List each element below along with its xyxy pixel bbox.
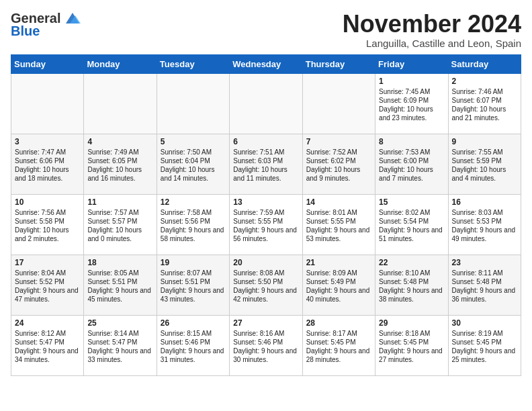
day-info: Sunset: 6:02 PM: [306, 156, 371, 165]
day-info: Sunrise: 8:19 AM: [452, 329, 517, 338]
day-info: Sunrise: 8:11 AM: [452, 269, 517, 277]
day-info: Sunrise: 8:01 AM: [306, 208, 371, 217]
calendar-table: SundayMondayTuesdayWednesdayThursdayFrid…: [11, 54, 521, 376]
month-title: November 2024: [343, 11, 521, 38]
day-info: Sunset: 5:55 PM: [233, 217, 298, 226]
calendar-cell: 1Sunrise: 7:45 AMSunset: 6:09 PMDaylight…: [375, 73, 448, 134]
logo-icon: [63, 11, 82, 25]
day-info: Daylight: 9 hours and 49 minutes.: [452, 226, 517, 243]
day-info: Sunrise: 8:16 AM: [233, 329, 298, 338]
day-info: Sunrise: 7:52 AM: [306, 148, 371, 156]
day-info: Daylight: 9 hours and 30 minutes.: [233, 347, 298, 364]
day-info: Sunrise: 8:17 AM: [306, 329, 371, 338]
calendar-cell: 16Sunrise: 8:03 AMSunset: 5:53 PMDayligh…: [448, 194, 521, 255]
day-number: 26: [161, 318, 226, 328]
day-info: Sunrise: 7:51 AM: [233, 148, 298, 156]
day-number: 6: [233, 137, 298, 146]
day-info: Sunset: 5:48 PM: [379, 277, 444, 286]
day-number: 1: [379, 77, 444, 86]
day-number: 16: [452, 197, 517, 207]
logo-blue: Blue: [11, 24, 40, 39]
day-info: Sunset: 6:07 PM: [452, 96, 517, 105]
calendar-cell: 2Sunrise: 7:46 AMSunset: 6:07 PMDaylight…: [448, 73, 521, 134]
day-info: Sunset: 6:05 PM: [87, 156, 152, 165]
day-info: Daylight: 9 hours and 51 minutes.: [379, 226, 444, 243]
day-info: Daylight: 9 hours and 58 minutes.: [161, 226, 226, 243]
day-info: Sunrise: 7:58 AM: [161, 208, 226, 217]
calendar-cell: 6Sunrise: 7:51 AMSunset: 6:03 PMDaylight…: [230, 134, 302, 194]
day-info: Sunrise: 7:56 AM: [15, 208, 80, 217]
day-info: Daylight: 10 hours and 4 minutes.: [452, 165, 517, 183]
day-info: Daylight: 10 hours and 16 minutes.: [87, 165, 152, 183]
calendar-cell: 4Sunrise: 7:49 AMSunset: 6:05 PMDaylight…: [84, 134, 157, 194]
calendar-cell: 7Sunrise: 7:52 AMSunset: 6:02 PMDaylight…: [302, 134, 375, 194]
calendar-cell: 5Sunrise: 7:50 AMSunset: 6:04 PMDaylight…: [157, 134, 229, 194]
calendar-cell: 15Sunrise: 8:02 AMSunset: 5:54 PMDayligh…: [375, 194, 448, 255]
day-info: Sunrise: 8:08 AM: [233, 269, 298, 277]
day-info: Sunset: 5:50 PM: [233, 277, 298, 286]
day-info: Sunset: 6:09 PM: [379, 96, 444, 105]
day-number: 3: [15, 137, 80, 146]
day-number: 7: [306, 137, 371, 146]
calendar-cell: 29Sunrise: 8:18 AMSunset: 5:45 PMDayligh…: [375, 315, 448, 375]
day-info: Sunrise: 7:50 AM: [161, 148, 226, 156]
day-info: Sunset: 5:52 PM: [15, 277, 80, 286]
day-info: Sunrise: 7:47 AM: [15, 148, 80, 156]
day-info: Sunrise: 7:57 AM: [87, 208, 152, 217]
day-info: Sunset: 5:47 PM: [15, 338, 80, 347]
day-info: Daylight: 10 hours and 23 minutes.: [379, 105, 444, 122]
page-header: General Blue November 2024 Languilla, Ca…: [11, 11, 521, 49]
day-info: Sunrise: 7:59 AM: [233, 208, 298, 217]
calendar-week-row: 3Sunrise: 7:47 AMSunset: 6:06 PMDaylight…: [11, 134, 521, 194]
weekday-header-thursday: Thursday: [302, 54, 375, 73]
day-number: 8: [379, 137, 444, 146]
day-number: 19: [161, 258, 226, 267]
calendar-cell: 18Sunrise: 8:05 AMSunset: 5:51 PMDayligh…: [84, 255, 157, 315]
day-number: 28: [306, 318, 371, 328]
calendar-week-row: 1Sunrise: 7:45 AMSunset: 6:09 PMDaylight…: [11, 73, 521, 134]
calendar-cell: 3Sunrise: 7:47 AMSunset: 6:06 PMDaylight…: [11, 134, 84, 194]
day-info: Sunset: 6:03 PM: [233, 156, 298, 165]
weekday-header-friday: Friday: [375, 54, 448, 73]
day-number: 10: [15, 197, 80, 207]
calendar-cell: 11Sunrise: 7:57 AMSunset: 5:57 PMDayligh…: [84, 194, 157, 255]
day-info: Sunset: 5:46 PM: [233, 338, 298, 347]
day-info: Sunrise: 8:18 AM: [379, 329, 444, 338]
calendar-cell: 21Sunrise: 8:09 AMSunset: 5:49 PMDayligh…: [302, 255, 375, 315]
day-number: 9: [452, 137, 517, 146]
day-info: Daylight: 9 hours and 45 minutes.: [87, 286, 152, 304]
logo: General Blue: [11, 11, 82, 39]
day-info: Sunrise: 8:02 AM: [379, 208, 444, 217]
calendar-week-row: 17Sunrise: 8:04 AMSunset: 5:52 PMDayligh…: [11, 255, 521, 315]
day-number: 27: [233, 318, 298, 328]
day-number: 25: [87, 318, 152, 328]
day-number: 17: [15, 258, 80, 267]
day-info: Sunset: 5:57 PM: [87, 217, 152, 226]
day-info: Sunset: 5:53 PM: [452, 217, 517, 226]
calendar-cell: 10Sunrise: 7:56 AMSunset: 5:58 PMDayligh…: [11, 194, 84, 255]
calendar-cell: 23Sunrise: 8:11 AMSunset: 5:48 PMDayligh…: [448, 255, 521, 315]
day-info: Sunset: 5:47 PM: [87, 338, 152, 347]
day-info: Sunset: 5:45 PM: [306, 338, 371, 347]
day-number: 12: [161, 197, 226, 207]
day-info: Daylight: 9 hours and 56 minutes.: [233, 226, 298, 243]
calendar-cell: 24Sunrise: 8:12 AMSunset: 5:47 PMDayligh…: [11, 315, 84, 375]
day-number: 11: [87, 197, 152, 207]
day-info: Daylight: 10 hours and 7 minutes.: [379, 165, 444, 183]
day-info: Sunrise: 7:46 AM: [452, 87, 517, 96]
weekday-header-sunday: Sunday: [11, 54, 84, 73]
day-number: 22: [379, 258, 444, 267]
day-info: Sunrise: 8:14 AM: [87, 329, 152, 338]
day-info: Sunset: 5:45 PM: [452, 338, 517, 347]
calendar-cell: 17Sunrise: 8:04 AMSunset: 5:52 PMDayligh…: [11, 255, 84, 315]
day-info: Sunset: 6:06 PM: [15, 156, 80, 165]
day-info: Daylight: 10 hours and 14 minutes.: [161, 165, 226, 183]
day-info: Sunset: 5:46 PM: [161, 338, 226, 347]
day-info: Sunset: 5:45 PM: [379, 338, 444, 347]
day-info: Daylight: 9 hours and 28 minutes.: [306, 347, 371, 364]
calendar-cell: 22Sunrise: 8:10 AMSunset: 5:48 PMDayligh…: [375, 255, 448, 315]
day-info: Sunrise: 7:45 AM: [379, 87, 444, 96]
calendar-cell: [84, 73, 157, 134]
day-number: 15: [379, 197, 444, 207]
day-info: Daylight: 10 hours and 9 minutes.: [306, 165, 371, 183]
